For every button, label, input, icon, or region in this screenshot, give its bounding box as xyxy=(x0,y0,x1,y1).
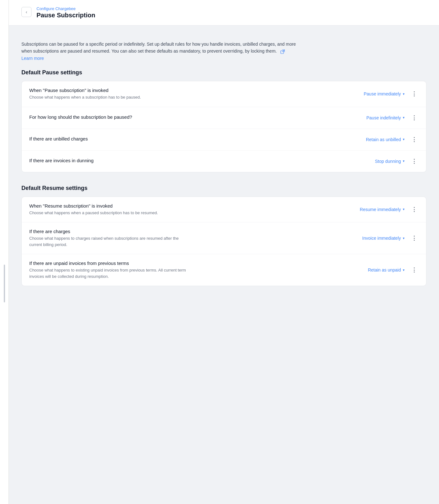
pause-when-invoked-more-button[interactable]: ⋮ xyxy=(410,89,419,98)
unbilled-dots-icon: ⋮ xyxy=(411,137,417,142)
resume-row-charges-label: If there are charges xyxy=(29,229,350,234)
pause-settings-card: When "Pause subscription" is invoked Cho… xyxy=(21,81,426,172)
pause-row-when-invoked-label: When "Pause subscription" is invoked xyxy=(29,88,351,93)
resume-row-charges-left: If there are charges Choose what happens… xyxy=(29,229,360,248)
unpaid-dots-icon: ⋮ xyxy=(411,267,417,273)
resume-immediately-dropdown[interactable]: Resume immediately ▾ xyxy=(357,206,407,213)
resume-row-charges-description: Choose what happens to charges raised wh… xyxy=(29,235,187,248)
pause-row-when-invoked-right: Pause immediately ▾ ⋮ xyxy=(361,89,419,98)
pause-indefinitely-label: Pause indefinitely xyxy=(366,115,401,120)
charges-more-button[interactable]: ⋮ xyxy=(410,234,419,243)
resume-immediately-chevron-icon: ▾ xyxy=(403,207,405,211)
resume-when-invoked-dots-icon: ⋮ xyxy=(411,207,417,212)
pause-row-when-invoked-left: When "Pause subscription" is invoked Cho… xyxy=(29,88,361,100)
back-button[interactable]: ‹ xyxy=(21,7,31,17)
pause-row-unbilled: If there are unbilled charges Retain as … xyxy=(22,129,426,151)
resume-section-title: Default Resume settings xyxy=(21,185,426,192)
stop-dunning-label: Stop dunning xyxy=(375,159,401,164)
scroll-indicator xyxy=(4,265,5,302)
external-link-icon xyxy=(280,49,285,54)
unpaid-more-button[interactable]: ⋮ xyxy=(410,266,419,274)
pause-row-duration-right: Pause indefinitely ▾ ⋮ xyxy=(364,113,419,122)
header-text: Configure Chargebee Pause Subscription xyxy=(37,6,95,19)
pause-settings-section: Default Pause settings When "Pause subsc… xyxy=(21,69,426,172)
pause-immediately-chevron-icon: ▾ xyxy=(403,92,405,96)
pause-row-dunning-label: If there are invoices in dunning xyxy=(29,158,362,163)
retain-unbilled-label: Retain as unbilled xyxy=(366,137,401,142)
resume-row-when-invoked-left: When "Resume subscription" is invoked Ch… xyxy=(29,203,357,216)
pause-row-duration-left: For how long should the subscription be … xyxy=(29,114,364,121)
dunning-more-button[interactable]: ⋮ xyxy=(410,157,419,166)
page-content: Subscriptions can be paused for a specif… xyxy=(9,26,439,309)
resume-row-unpaid-right: Retain as unpaid ▾ ⋮ xyxy=(365,266,419,274)
pause-when-invoked-dots-icon: ⋮ xyxy=(411,91,417,97)
resume-when-invoked-more-button[interactable]: ⋮ xyxy=(410,205,419,214)
pause-row-dunning: If there are invoices in dunning Stop du… xyxy=(22,151,426,172)
resume-row-unpaid: If there are unpaid invoices from previo… xyxy=(22,254,426,286)
invoice-immediately-label: Invoice immediately xyxy=(362,236,401,241)
pause-row-dunning-left: If there are invoices in dunning xyxy=(29,158,372,164)
pause-row-unbilled-right: Retain as unbilled ▾ ⋮ xyxy=(363,135,419,144)
page-header: ‹ Configure Chargebee Pause Subscription xyxy=(9,0,439,26)
stop-dunning-chevron-icon: ▾ xyxy=(403,159,405,163)
pause-row-unbilled-left: If there are unbilled charges xyxy=(29,136,363,143)
retain-unbilled-chevron-icon: ▾ xyxy=(403,137,405,141)
stop-dunning-dropdown[interactable]: Stop dunning ▾ xyxy=(372,158,407,165)
learn-more-link[interactable]: Learn more xyxy=(21,55,44,62)
content-area: ‹ Configure Chargebee Pause Subscription… xyxy=(9,0,439,504)
back-arrow-icon: ‹ xyxy=(26,9,27,14)
retain-unpaid-dropdown[interactable]: Retain as unpaid ▾ xyxy=(365,266,407,274)
resume-row-unpaid-left: If there are unpaid invoices from previo… xyxy=(29,261,365,279)
retain-unpaid-label: Retain as unpaid xyxy=(368,267,401,272)
resume-row-charges-right: Invoice immediately ▾ ⋮ xyxy=(360,234,419,243)
breadcrumb[interactable]: Configure Chargebee xyxy=(37,6,95,11)
sidebar-line xyxy=(0,0,9,504)
pause-section-title: Default Pause settings xyxy=(21,69,426,76)
resume-row-when-invoked: When "Resume subscription" is invoked Ch… xyxy=(22,197,426,223)
description-text: Subscriptions can be paused for a specif… xyxy=(21,42,296,54)
pause-duration-dots-icon: ⋮ xyxy=(411,115,417,121)
pause-row-dunning-right: Stop dunning ▾ ⋮ xyxy=(372,157,419,166)
pause-row-when-invoked: When "Pause subscription" is invoked Cho… xyxy=(22,81,426,107)
charges-dots-icon: ⋮ xyxy=(411,235,417,241)
resume-row-when-invoked-right: Resume immediately ▾ ⋮ xyxy=(357,205,419,214)
unbilled-more-button[interactable]: ⋮ xyxy=(410,135,419,144)
description-box: Subscriptions can be paused for a specif… xyxy=(21,36,305,69)
resume-row-unpaid-description: Choose what happens to existing unpaid i… xyxy=(29,267,187,279)
retain-unpaid-chevron-icon: ▾ xyxy=(403,268,405,272)
resume-settings-section: Default Resume settings When "Resume sub… xyxy=(21,185,426,286)
pause-duration-more-button[interactable]: ⋮ xyxy=(410,113,419,122)
pause-row-unbilled-label: If there are unbilled charges xyxy=(29,136,353,141)
invoice-immediately-chevron-icon: ▾ xyxy=(403,236,405,240)
pause-indefinitely-dropdown[interactable]: Pause indefinitely ▾ xyxy=(364,114,407,122)
pause-row-duration: For how long should the subscription be … xyxy=(22,107,426,129)
resume-settings-card: When "Resume subscription" is invoked Ch… xyxy=(21,197,426,286)
pause-indefinitely-chevron-icon: ▾ xyxy=(403,116,405,120)
page-title: Pause Subscription xyxy=(37,12,95,19)
pause-row-duration-label: For how long should the subscription be … xyxy=(29,114,354,120)
resume-row-when-invoked-description: Choose what happens when a paused subscr… xyxy=(29,210,187,216)
main-container: ‹ Configure Chargebee Pause Subscription… xyxy=(0,0,439,504)
pause-row-when-invoked-description: Choose what happens when a subscription … xyxy=(29,94,187,100)
invoice-immediately-dropdown[interactable]: Invoice immediately ▾ xyxy=(360,234,407,242)
retain-unbilled-dropdown[interactable]: Retain as unbilled ▾ xyxy=(363,136,407,143)
resume-row-unpaid-label: If there are unpaid invoices from previo… xyxy=(29,261,355,266)
dunning-dots-icon: ⋮ xyxy=(411,158,417,164)
pause-immediately-label: Pause immediately xyxy=(364,91,401,96)
resume-row-when-invoked-label: When "Resume subscription" is invoked xyxy=(29,203,347,209)
pause-immediately-dropdown[interactable]: Pause immediately ▾ xyxy=(361,90,407,98)
resume-immediately-label: Resume immediately xyxy=(360,207,401,212)
resume-row-charges: If there are charges Choose what happens… xyxy=(22,222,426,254)
